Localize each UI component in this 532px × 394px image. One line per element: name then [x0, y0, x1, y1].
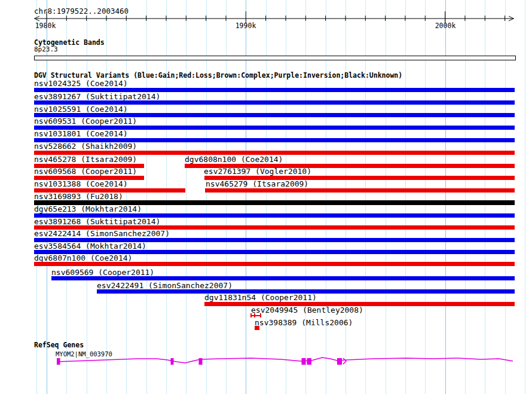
gene-label: MYOM2|NM_003970	[56, 351, 112, 357]
variant-label: nsv1024325 (Coe2014)	[34, 81, 128, 87]
ruler-arrow-right-icon	[509, 16, 513, 21]
variant-bar[interactable]	[34, 88, 515, 92]
ruler-tick-label: 1980k	[35, 23, 56, 29]
variant-label: nsv1031388 (Coe2014)	[34, 181, 128, 187]
variant-label: dgv65e213 (Mokhtar2014)	[34, 206, 142, 212]
gene-exon[interactable]	[337, 358, 342, 365]
variant-label: esv3584564 (Mokhtar2014)	[34, 243, 146, 249]
variant-bar[interactable]	[205, 188, 515, 193]
variant-label: esv2049945 (Bentley2008)	[251, 307, 363, 313]
interval-line	[250, 315, 261, 316]
variant-bar[interactable]	[34, 100, 515, 105]
variant-label: nsv609568 (Cooper2011)	[34, 169, 137, 175]
variant-label: nsv1031801 (Coe2014)	[34, 131, 128, 137]
region-title: chr8:1979522..2003460	[34, 8, 129, 14]
variant-label: dgv6807n100 (Coe2014)	[34, 255, 132, 261]
variant-label: esv2422414 (SimonSanchez2007)	[34, 231, 170, 237]
variant-label: esv2422491 (SimonSanchez2007)	[97, 283, 233, 289]
cytoband-box[interactable]	[34, 56, 516, 60]
variant-label: esv2761397 (Vogler2010)	[204, 169, 311, 175]
gene-exon[interactable]	[199, 358, 203, 365]
variant-label: nsv609531 (Cooper2011)	[34, 118, 137, 124]
cytogenetic-bands-header: Cytogenetic Bands	[34, 39, 105, 45]
variant-label: dgv11831n54 (Cooper2011)	[204, 295, 317, 301]
refseq-genes-header: RefSeq Genes	[34, 342, 84, 348]
gene-exon[interactable]	[171, 358, 174, 365]
gene-exon[interactable]	[57, 358, 60, 365]
variant-bar[interactable]	[255, 326, 259, 330]
dgv-variants-header: DGV Structural Variants (Blue:Gain;Red:L…	[34, 72, 402, 78]
variant-bar[interactable]	[51, 276, 515, 280]
ruler-tick-label: 1990k	[236, 23, 256, 29]
genome-browser-panel: chr8:1979522..2003460 Cytogenetic Bands …	[0, 0, 532, 394]
gene-intron-line[interactable]	[57, 358, 513, 363]
variant-label: nsv528662 (Shaikh2009)	[34, 143, 137, 149]
variant-bar[interactable]	[34, 151, 515, 155]
ruler-arrow-left-icon	[35, 16, 39, 21]
variant-label: esv3891268 (Suktitipat2014)	[34, 219, 160, 225]
variant-label: nsv398389 (Mills2006)	[255, 320, 353, 326]
variant-label: esv3891267 (Suktitipat2014)	[34, 94, 160, 100]
variant-label: nsv609569 (Cooper2011)	[51, 270, 154, 276]
variant-bar[interactable]	[34, 262, 515, 266]
variant-label: dgv6808n100 (Coe2014)	[185, 157, 283, 163]
cytoband-label: 8p23.3	[34, 47, 58, 53]
ruler-tick-label: 2000k	[435, 23, 456, 29]
variant-label: nsv465278 (Itsara2009)	[34, 157, 137, 163]
variant-label: nsv465279 (Itsara2009)	[206, 181, 308, 187]
variant-interval[interactable]	[250, 313, 261, 317]
variant-label: nsv1025591 (Coe2014)	[34, 106, 128, 112]
variant-label: nsv3169893 (Fu2018)	[34, 194, 123, 200]
gridline-minor	[525, 0, 525, 394]
gene-exon[interactable]	[307, 358, 312, 365]
